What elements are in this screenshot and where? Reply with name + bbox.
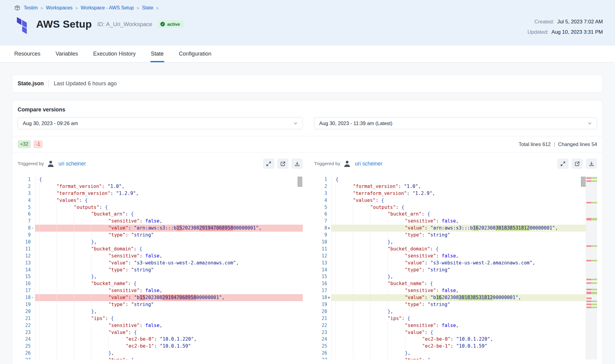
diff-minimap[interactable] [586,176,597,359]
indent-guide [56,287,74,294]
line-number-gutter: 2 [18,183,35,190]
code-line: 20}, [314,308,597,315]
indent-guide [388,287,405,294]
state-file-card: State.json Last Updated 6 hours ago [12,74,603,93]
breadcrumb-link[interactable]: Workspaces [46,5,73,11]
left-version-select[interactable]: Aug 30, 2023 - 09:26 am [18,117,303,129]
line-number-gutter: 7 [18,218,35,225]
tab-configuration[interactable]: Configuration [179,46,211,62]
indent-guide [353,260,370,267]
code-line: 20}, [18,308,303,315]
minimap-removed-mark [586,307,592,308]
created-value: Jul 5, 2023 7:02 AM [557,19,603,25]
minimap-added-mark [592,177,597,179]
code-line: 5"outputs": { [314,204,597,211]
minimap-removed-mark [586,177,592,179]
triggered-by-user-link[interactable]: uri scheiner [355,161,382,167]
indent-guide [353,204,370,211]
indent-guide [388,260,405,267]
scrollbar-thumb[interactable] [581,177,586,187]
indent-guide [39,183,56,190]
indent-guide [91,225,108,232]
indent-guide [336,315,353,322]
code-line: 14"type": "string" [18,267,303,274]
line-number-gutter: 7 [314,218,332,225]
right-panel-actions [557,158,597,169]
check-icon: ✓ [160,22,165,26]
indent-guide [388,357,405,359]
state-file-name: State.json [18,80,44,87]
terraform-logo [14,17,30,35]
code-line: 25"ec2-be-1": "10.0.1.59" [314,343,597,350]
compare-title: Compare versions [12,100,603,117]
indent-guide [353,273,370,280]
code-line: 23"value": { [18,329,303,336]
code-line: 25"ec2-be-1": "10.0.1.59" [18,343,303,350]
indent-guide [336,232,353,239]
indent-guide [56,232,74,239]
line-number-gutter: 20 [18,308,35,315]
indent-guide [74,273,91,280]
tab-resources[interactable]: Resources [14,46,40,62]
indent-guide [370,308,388,315]
indent-guide [388,343,405,350]
tab-state[interactable]: State [151,46,164,62]
breadcrumb-link[interactable]: Testim [24,5,38,11]
indent-guide [39,197,56,204]
code-line: 21"ips": { [18,315,303,322]
separator [49,80,49,87]
indent-guide [56,343,74,350]
indent-guide [39,273,56,280]
indent-guide [39,343,56,350]
right-code-panel[interactable]: 1{2"format_version": "1.0",3"terraform_v… [314,176,597,359]
indent-guide [388,232,405,239]
line-number-gutter: 24 [314,336,332,343]
indent-guide [39,287,56,294]
expand-icon[interactable] [263,158,274,169]
indent-guide [353,280,370,287]
package-icon [14,5,20,11]
download-icon[interactable] [292,158,303,169]
code-line: 16"bucket_name": { [314,280,597,287]
left-panel-header: Triggered by uri scheiner [18,158,303,169]
breadcrumb-link[interactable]: Workspace - AWS Setup [81,5,134,11]
breadcrumb-link[interactable]: State [142,5,153,11]
code-line: 26}, [314,350,597,357]
line-number-gutter: 21 [314,315,332,322]
minimap-added-mark [592,307,597,308]
chevron-down-icon [293,121,298,125]
indent-guide [91,253,108,260]
diff-columns: Triggered by uri scheiner [12,152,603,359]
scrollbar-thumb[interactable] [298,177,302,187]
indent-guide [74,294,91,301]
indent-guide [39,336,56,343]
indent-guide [74,211,91,218]
indent-guide [336,253,353,260]
indent-guide [336,225,353,232]
indent-guide [56,218,74,225]
indent-guide [388,253,405,260]
code-line: 17"sensitive": false, [18,287,303,294]
left-code-panel[interactable]: 1{2"format_version": "1.0",3"terraform_v… [18,176,303,359]
open-in-new-icon[interactable] [277,158,289,169]
indent-guide [56,350,74,357]
indent-guide [336,308,353,315]
indent-guide [91,357,108,359]
indent-guide [370,322,388,329]
triggered-by-user-link[interactable]: uri scheiner [58,161,86,167]
indent-guide [56,239,74,246]
tab-variables[interactable]: Variables [56,46,78,62]
code-line: 16"bucket_name": { [18,280,303,287]
download-icon[interactable] [586,158,597,169]
right-version-select[interactable]: Aug 30, 2023 - 11:39 am (Latest) [314,117,597,129]
removed-lines-badge: -1 [33,140,43,148]
indent-guide [353,322,370,329]
tab-execution-history[interactable]: Execution History [93,46,136,62]
line-number-gutter: 27 [18,357,35,359]
indent-guide [336,239,353,246]
indent-guide [336,260,353,267]
open-in-new-icon[interactable] [572,158,583,169]
expand-icon[interactable] [557,158,569,169]
user-avatar-icon [343,160,351,168]
indent-guide [39,204,56,211]
